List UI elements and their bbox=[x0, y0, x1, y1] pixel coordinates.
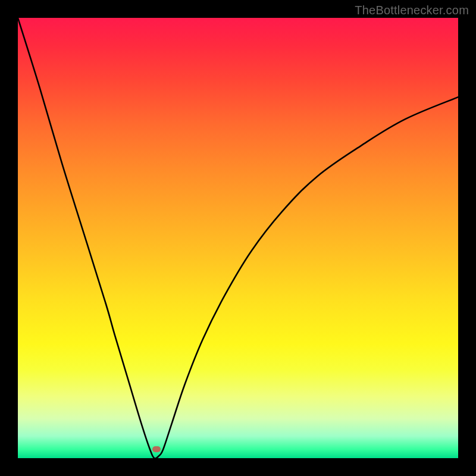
chart-frame: TheBottlenecker.com bbox=[0, 0, 476, 476]
watermark-text: TheBottlenecker.com bbox=[355, 4, 469, 17]
optimal-point-marker bbox=[152, 446, 161, 452]
plot-area bbox=[18, 18, 458, 458]
bottleneck-curve bbox=[18, 18, 458, 458]
curve-svg bbox=[18, 18, 458, 458]
